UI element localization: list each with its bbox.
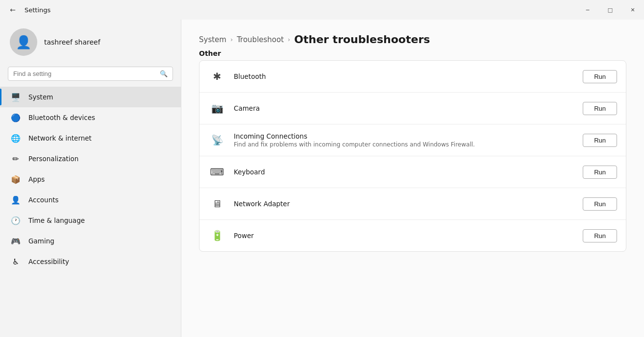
item-desc: Find and fix problems with incoming comp… <box>234 141 575 148</box>
search-box[interactable]: 🔍 <box>8 67 173 81</box>
list-item: 📷 Camera Run <box>199 93 626 124</box>
sidebar-item-personalization[interactable]: ✏️ Personalization <box>0 148 181 169</box>
list-item: 🔋 Power Run <box>199 220 626 251</box>
list-item: ⌨️ Keyboard Run <box>199 156 626 188</box>
keyboard-troubleshoot-icon: ⌨️ <box>208 163 226 181</box>
item-text: Bluetooth <box>234 72 575 80</box>
incoming-connections-run-button[interactable]: Run <box>583 134 617 147</box>
apps-icon: 📦 <box>10 173 22 185</box>
item-name: Bluetooth <box>234 72 575 80</box>
item-name: Incoming Connections <box>234 132 575 140</box>
maximize-button[interactable]: □ <box>599 2 621 18</box>
item-text: Incoming Connections Find and fix proble… <box>234 132 575 148</box>
item-name: Keyboard <box>234 168 575 176</box>
item-text: Camera <box>234 104 575 112</box>
item-text: Network Adapter <box>234 200 575 208</box>
list-item: 🖥 Network Adapter Run <box>199 188 626 220</box>
sidebar-item-accessibility[interactable]: ♿ Accessibility <box>0 251 181 272</box>
network-adapter-run-button[interactable]: Run <box>583 197 617 211</box>
avatar: 👤 <box>10 28 37 56</box>
main-content: System › Troubleshoot › Other troublesho… <box>181 20 644 337</box>
user-section: 👤 tashreef shareef <box>0 20 181 65</box>
breadcrumb-system[interactable]: System <box>199 35 226 44</box>
sidebar-item-gaming[interactable]: 🎮 Gaming <box>0 231 181 251</box>
sidebar-item-label: Gaming <box>28 237 173 245</box>
page-title: Other troubleshooters <box>294 33 430 46</box>
sidebar-item-label: Bluetooth & devices <box>28 114 173 121</box>
minimize-button[interactable]: ─ <box>576 2 599 18</box>
personalization-icon: ✏️ <box>10 153 22 165</box>
titlebar: ← Settings ─ □ ✕ <box>0 0 644 20</box>
troubleshooter-list: ✱ Bluetooth Run 📷 Camera Run 📡 Incoming … <box>199 60 626 252</box>
power-run-button[interactable]: Run <box>583 229 617 242</box>
sidebar-item-accounts[interactable]: 👤 Accounts <box>0 190 181 210</box>
camera-run-button[interactable]: Run <box>583 102 617 115</box>
keyboard-run-button[interactable]: Run <box>583 166 617 179</box>
sidebar-item-bluetooth[interactable]: 🔵 Bluetooth & devices <box>0 107 181 128</box>
accounts-icon: 👤 <box>10 194 22 206</box>
sidebar-item-apps[interactable]: 📦 Apps <box>0 169 181 190</box>
sidebar-item-label: Network & internet <box>28 134 173 142</box>
section-title: Other <box>199 49 626 57</box>
system-icon: 🖥️ <box>10 91 22 103</box>
close-button[interactable]: ✕ <box>621 2 644 18</box>
sidebar: 👤 tashreef shareef 🔍 🖥️ System 🔵 Bluetoo… <box>0 20 181 337</box>
accessibility-icon: ♿ <box>10 256 22 267</box>
sidebar-item-system[interactable]: 🖥️ System <box>0 87 181 107</box>
sidebar-item-network[interactable]: 🌐 Network & internet <box>0 128 181 148</box>
incoming-connections-icon: 📡 <box>208 131 226 149</box>
titlebar-left: ← Settings <box>6 3 50 17</box>
window-controls: ─ □ ✕ <box>576 2 644 18</box>
item-name: Power <box>234 232 575 240</box>
breadcrumb-sep-2: › <box>288 36 290 43</box>
time-icon: 🕐 <box>10 215 22 226</box>
breadcrumb: System › Troubleshoot › Other troublesho… <box>199 33 626 46</box>
bluetooth-run-button[interactable]: Run <box>583 70 617 83</box>
camera-troubleshoot-icon: 📷 <box>208 99 226 117</box>
sidebar-item-label: System <box>28 93 173 101</box>
sidebar-item-label: Accounts <box>28 196 173 204</box>
sidebar-item-label: Apps <box>28 175 173 183</box>
bluetooth-icon: 🔵 <box>10 112 22 123</box>
list-item: ✱ Bluetooth Run <box>199 61 626 93</box>
sidebar-item-label: Time & language <box>28 217 173 224</box>
list-item: 📡 Incoming Connections Find and fix prob… <box>199 124 626 156</box>
app-title: Settings <box>25 6 50 14</box>
app-body: 👤 tashreef shareef 🔍 🖥️ System 🔵 Bluetoo… <box>0 20 644 337</box>
item-text: Power <box>234 232 575 240</box>
search-input[interactable] <box>13 70 156 77</box>
item-name: Camera <box>234 104 575 112</box>
network-icon: 🌐 <box>10 132 22 144</box>
back-button[interactable]: ← <box>6 3 20 17</box>
gaming-icon: 🎮 <box>10 235 22 247</box>
item-text: Keyboard <box>234 168 575 176</box>
search-icon: 🔍 <box>160 70 168 77</box>
breadcrumb-sep-1: › <box>230 36 233 43</box>
item-name: Network Adapter <box>234 200 575 208</box>
network-adapter-icon: 🖥 <box>208 195 226 213</box>
breadcrumb-troubleshoot[interactable]: Troubleshoot <box>237 35 284 44</box>
user-name: tashreef shareef <box>44 38 100 46</box>
sidebar-item-time[interactable]: 🕐 Time & language <box>0 210 181 231</box>
sidebar-item-label: Personalization <box>28 155 173 163</box>
sidebar-item-label: Accessibility <box>28 258 173 265</box>
power-troubleshoot-icon: 🔋 <box>208 227 226 244</box>
bluetooth-troubleshoot-icon: ✱ <box>208 68 226 85</box>
